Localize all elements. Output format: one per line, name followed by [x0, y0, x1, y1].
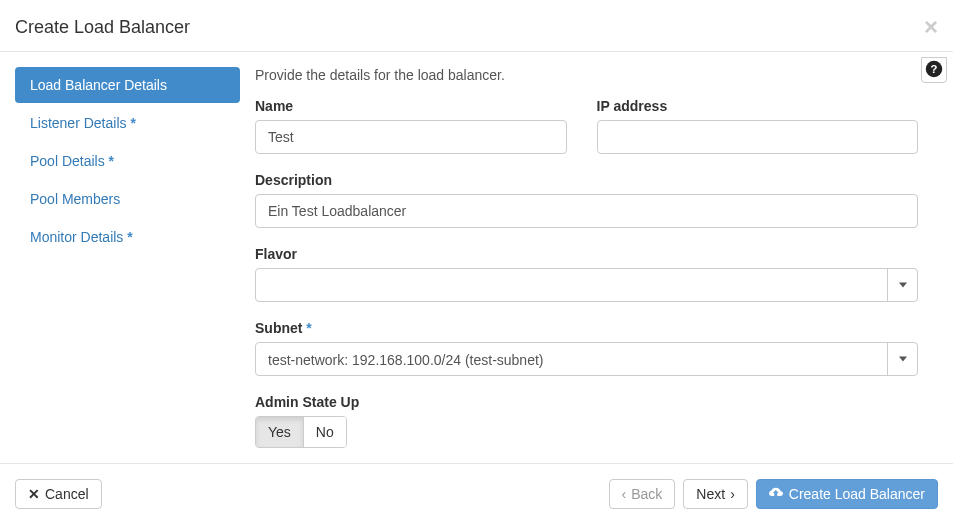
back-button[interactable]: ‹ Back	[609, 479, 676, 509]
wizard-nav: Load Balancer Details Listener Details *…	[15, 67, 240, 448]
subnet-label: Subnet *	[255, 320, 918, 336]
help-button[interactable]: ?	[921, 57, 947, 83]
wizard-content: Provide the details for the load balance…	[240, 67, 938, 448]
description-input[interactable]	[255, 194, 918, 228]
name-input[interactable]	[255, 120, 567, 154]
nav-listener-details[interactable]: Listener Details *	[15, 105, 240, 141]
nav-item-label: Pool Details	[30, 153, 105, 169]
help-icon: ?	[925, 60, 943, 81]
submit-label: Create Load Balancer	[789, 486, 925, 502]
nav-pool-details[interactable]: Pool Details *	[15, 143, 240, 179]
modal-body: Load Balancer Details Listener Details *…	[0, 52, 953, 463]
flavor-value	[256, 269, 887, 301]
next-label: Next	[696, 486, 725, 502]
back-label: Back	[631, 486, 662, 502]
ip-input[interactable]	[597, 120, 918, 154]
modal-header: Create Load Balancer ×	[0, 0, 953, 52]
chevron-right-icon: ›	[730, 486, 735, 502]
cancel-button[interactable]: ✕ Cancel	[15, 479, 102, 509]
chevron-left-icon: ‹	[622, 486, 627, 502]
admin-state-no-button[interactable]: No	[304, 417, 346, 447]
flavor-dropdown[interactable]	[255, 268, 918, 302]
subnet-value: test-network: 192.168.100.0/24 (test-sub…	[256, 343, 887, 375]
required-icon: *	[127, 229, 132, 245]
nav-item-label: Listener Details	[30, 115, 127, 131]
close-icon[interactable]: ×	[924, 15, 938, 39]
form-intro: Provide the details for the load balance…	[255, 67, 918, 83]
cloud-upload-icon	[769, 486, 784, 502]
subnet-dropdown[interactable]: test-network: 192.168.100.0/24 (test-sub…	[255, 342, 918, 376]
nav-item-label: Monitor Details	[30, 229, 123, 245]
close-icon: ✕	[28, 486, 40, 502]
nav-monitor-details[interactable]: Monitor Details *	[15, 219, 240, 255]
create-load-balancer-modal: Create Load Balancer × ? Load Balancer D…	[0, 0, 953, 524]
modal-footer: ✕ Cancel ‹ Back Next › Create Load Balan…	[0, 463, 953, 524]
flavor-label: Flavor	[255, 246, 918, 262]
required-icon: *	[109, 153, 114, 169]
admin-state-toggle: Yes No	[255, 416, 347, 448]
create-load-balancer-button[interactable]: Create Load Balancer	[756, 479, 938, 509]
next-button[interactable]: Next ›	[683, 479, 747, 509]
name-label: Name	[255, 98, 567, 114]
caret-down-icon	[887, 269, 917, 301]
nav-item-label: Load Balancer Details	[30, 77, 167, 93]
cancel-label: Cancel	[45, 486, 89, 502]
admin-state-yes-button[interactable]: Yes	[256, 417, 304, 447]
admin-state-label: Admin State Up	[255, 394, 918, 410]
nav-pool-members[interactable]: Pool Members	[15, 181, 240, 217]
required-icon: *	[130, 115, 135, 131]
description-label: Description	[255, 172, 918, 188]
svg-text:?: ?	[931, 62, 938, 74]
modal-title: Create Load Balancer	[15, 17, 190, 38]
nav-load-balancer-details[interactable]: Load Balancer Details	[15, 67, 240, 103]
nav-item-label: Pool Members	[30, 191, 120, 207]
caret-down-icon	[887, 343, 917, 375]
ip-label: IP address	[597, 98, 918, 114]
required-icon: *	[306, 320, 311, 336]
